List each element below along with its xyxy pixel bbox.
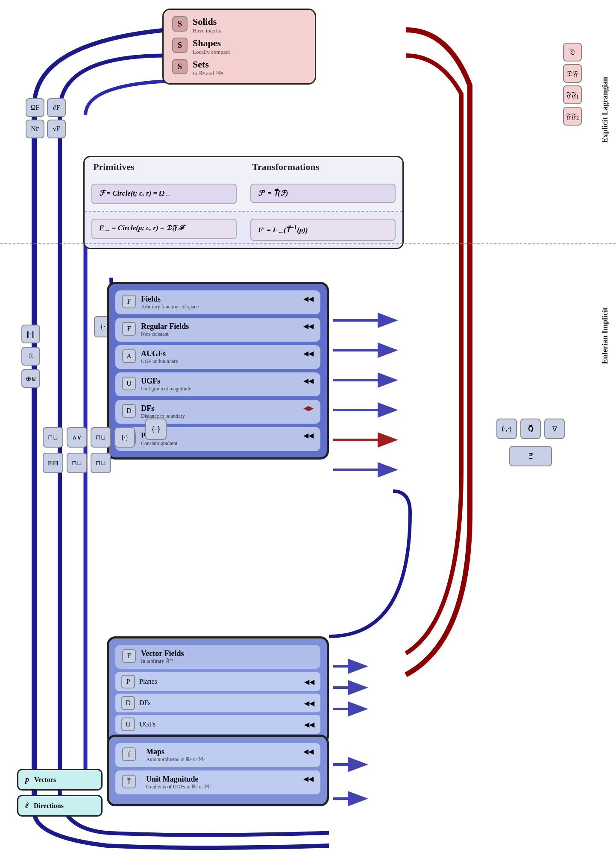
sym-xi-vec: Ξ⃗ (509, 446, 552, 466)
fields-desc: Arbitrary functions of space (141, 304, 199, 310)
vector-planes-sym: P (121, 675, 135, 688)
sym-oplus: ⊕⊎ (21, 369, 40, 388)
trans-top-right: ℱ′ = T⃗(ℱ) (243, 177, 402, 211)
sym-xi: Ξ (21, 347, 40, 366)
bottom-legend: p Vectors ê Directions (17, 769, 103, 821)
solids-item: S Solids Have interior (172, 16, 306, 34)
vector-fields-header-item: F Vector Fields In arbitrary ℝ̄ᵐ (115, 645, 320, 669)
left-mid-symbols: ‖·‖ Ξ ⊕⊎ (21, 325, 40, 391)
unit-mag-desc: Gradients of UGFs in ℝⁿ or 𝕄ⁿ (146, 784, 211, 790)
sets-text: Sets In ℝⁿ and 𝕄ⁿ (193, 59, 223, 77)
sets-item: S Sets In ℝⁿ and 𝕄ⁿ (172, 59, 306, 77)
unit-mag-arrows: ◀◀ (303, 775, 314, 783)
fields-box: F Fields Arbitrary functions of space ◀◀… (107, 282, 329, 460)
op-cap-cup: ⊓⊔ (43, 427, 63, 448)
vector-dfs-label: DFs (139, 699, 151, 707)
solids-symbol: S (172, 16, 188, 32)
maps-item: T⃗ Maps Automorphisms in ℝⁿ or 𝕄ⁿ ◀◀ (115, 743, 320, 767)
vectors-legend: p Vectors (17, 769, 103, 791)
op-and-or: ∧∨ (67, 427, 87, 448)
vector-planes-label: Planes (139, 678, 157, 685)
sym-norm: ‖·‖ (21, 325, 40, 343)
sym-q-vec: Q⃗ (520, 419, 541, 439)
prim-rows-top: ℱ = Circle(t; c, r) = Ω↔ ℱ′ = T⃗(ℱ) (85, 177, 402, 212)
planes-desc: Constant gradient (141, 440, 177, 447)
vector-fields-symbol: F (122, 649, 136, 663)
sym-v-f: vF (47, 120, 66, 138)
unit-mag-name: Unit Magnitude (146, 775, 211, 784)
vector-fields-text: Vector Fields In arbitrary ℝ̄ᵐ (141, 649, 184, 665)
maps-symbol: T⃗ (122, 747, 136, 761)
vectors-sym: p (25, 775, 29, 784)
sets-label: Sets (193, 59, 223, 70)
augfs-name: AUGFs (141, 349, 178, 358)
op-box1: ⊞⊟ (43, 453, 63, 473)
right-mid-area: (·,·) Q⃗ ∇ Ξ⃗ (496, 419, 565, 470)
trans-formula-bottom: F′ = F↔(T⃗−1(p)) (250, 219, 396, 241)
unit-mag-symbol: T⃗ (122, 775, 136, 788)
maps-desc: Automorphisms in ℝⁿ or 𝕄ⁿ (146, 756, 205, 763)
dfs-name: DFs (141, 404, 185, 413)
prim-bottom-left: F↔ = Circle(p; c, r) = 𝔇𝔉 ℱ (85, 212, 243, 248)
explicit-lagrangian-label: Explicit Lagrangian (601, 77, 610, 143)
directions-label: Directions (34, 802, 64, 810)
fields-symbol: F (122, 295, 136, 308)
dashed-divider (0, 243, 616, 244)
fields-text: Fields Arbitrary functions of space (141, 295, 199, 310)
ugfs-arrows: ◀◀ (303, 377, 314, 385)
shapes-symbol: S (172, 38, 188, 53)
prim-rows-bottom: F↔ = Circle(p; c, r) = 𝔇𝔉 ℱ F′ = F↔(T⃗−1… (85, 212, 402, 248)
regular-fields-symbol: F (122, 322, 136, 336)
maps-arrows: ◀◀ (303, 747, 314, 756)
maps-box: T⃗ Maps Automorphisms in ℝⁿ or 𝕄ⁿ ◀◀ T⃗ … (107, 735, 329, 806)
vector-fields-name: Vector Fields (141, 649, 184, 658)
vector-dfs-sym: D (121, 696, 135, 710)
left-top-symbols: ΩF ∂F NF vF (26, 98, 66, 138)
shapes-text: Shapes Locally compact (193, 38, 230, 56)
shapes-desc: Locally compact (193, 49, 230, 56)
solids-text: Solids Have interior (193, 16, 222, 34)
ugfs-symbol: U (122, 377, 136, 390)
prim-formula-bottom: F↔ = Circle(p; c, r) = 𝔇𝔉 ℱ (91, 219, 237, 239)
op-intersect: ⊓⊔ (91, 427, 111, 448)
vectors-label: Vectors (34, 776, 56, 784)
ugfs-item: U UGFs Unit gradient magnitude ◀◀ (115, 372, 320, 396)
ugfs-text: UGFs Unit gradient magnitude (141, 377, 191, 392)
planes-arrows: ◀◀ (303, 431, 314, 439)
fields-arrows: ◀◀ (303, 295, 314, 303)
fields-name: Fields (141, 295, 199, 304)
sets-desc: In ℝⁿ and 𝕄ⁿ (193, 70, 223, 77)
right-sym-d: 𝔇 (563, 43, 582, 62)
fields-item: F Fields Arbitrary functions of space ◀◀ (115, 290, 320, 314)
ugfs-desc: Unit gradient magnitude (141, 386, 191, 392)
augfs-arrows: ◀◀ (303, 349, 314, 357)
shapes-item: S Shapes Locally compact (172, 38, 306, 56)
sym-omega-f: ΩF (26, 98, 44, 117)
regular-fields-arrows: ◀◀ (303, 322, 314, 330)
sym-n-f: NF (26, 120, 44, 138)
maps-text: Maps Automorphisms in ℝⁿ or 𝕄ⁿ (146, 747, 205, 763)
vector-ugfs-arrows: ◀◀ (304, 720, 314, 729)
right-symbols: 𝔇 𝔇𝔉 𝔉𝔉₁ 𝔉𝔉₂ (563, 43, 582, 128)
regular-fields-desc: Non-constant (141, 331, 189, 337)
trans-bottom-right: F′ = F↔(T⃗−1(p)) (243, 212, 402, 248)
op-row-1: ⊓⊔ ∧∨ ⊓⊔ {·} (43, 427, 135, 448)
vector-dfs-item: D DFs ◀◀ (115, 694, 320, 712)
vector-dfs-arrows: ◀◀ (304, 699, 314, 707)
right-sym-df: 𝔇𝔉 (563, 64, 582, 83)
augfs-text: AUGFs UGF on boundary (141, 349, 178, 365)
directions-legend: ê Directions (17, 795, 103, 817)
vector-ugfs-label: UGFs (139, 720, 155, 728)
sym-nabla: ∇ (544, 419, 565, 439)
op-row-2: ⊞⊟ ⊓⊔ ⊓⊔ (43, 453, 111, 473)
top-box: S Solids Have interior S Shapes Locally … (162, 9, 316, 85)
op-box2: ⊓⊔ (67, 453, 87, 473)
ugfs-name: UGFs (141, 377, 191, 386)
vector-planes-arrows: ◀◀ (304, 678, 314, 686)
directions-sym: ê (25, 801, 29, 810)
unit-mag-item: T⃗ Unit Magnitude Gradients of UGFs in ℝ… (115, 770, 320, 794)
vector-planes-item: P Planes ◀◀ (115, 672, 320, 691)
prim-trans-header: Primitives Transformations (85, 157, 402, 177)
vector-fields-desc: In arbitrary ℝ̄ᵐ (141, 658, 184, 665)
dfs-text: DFs Distance to boundary (141, 404, 185, 419)
